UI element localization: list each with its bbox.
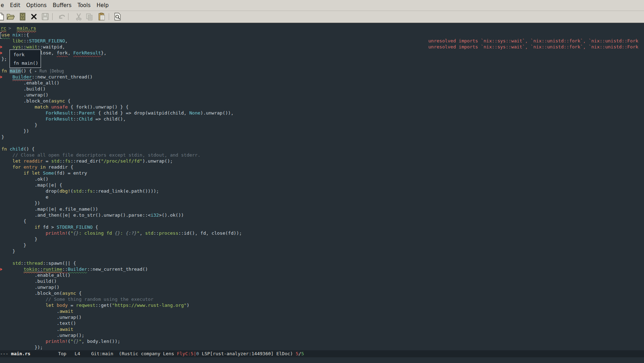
code-buffer[interactable]: use nix::{ libc::STDERR_FILENO, sys::wai… bbox=[1, 32, 242, 350]
code-line[interactable]: drop(dbg!(std::fs::read_link(e.path())))… bbox=[1, 188, 242, 194]
code-line[interactable]: .map(|e| { bbox=[1, 182, 242, 188]
code-token: .unwrap() bbox=[1, 285, 59, 290]
code-line[interactable]: for entry in readdir { bbox=[1, 164, 242, 170]
code-line[interactable]: e bbox=[1, 194, 242, 200]
code-line[interactable]: .unwrap() bbox=[1, 92, 242, 98]
code-line[interactable]: .build() bbox=[1, 86, 242, 92]
code-token: {} bbox=[73, 230, 79, 236]
code-line[interactable]: .build() bbox=[1, 278, 242, 284]
modeline-segment[interactable]: / bbox=[298, 351, 301, 356]
code-token: = bbox=[68, 303, 76, 308]
code-line[interactable]: // Some thing random using the executor bbox=[1, 296, 242, 302]
code-token: } bbox=[1, 236, 37, 242]
code-line[interactable]: fn main() { ▸ Run |Debug bbox=[1, 68, 242, 74]
code-token: thread bbox=[26, 260, 43, 266]
code-line[interactable]: } bbox=[1, 248, 242, 254]
code-line[interactable]: // Close all open file descriptors excep… bbox=[1, 152, 242, 158]
code-line[interactable]: .unwrap() bbox=[1, 284, 242, 290]
editor-window[interactable]: rc > main.rs use nix::{ libc::STDERR_FIL… bbox=[0, 23, 644, 363]
code-line[interactable]: .enable_all() bbox=[1, 80, 242, 86]
completion-item[interactable]: fn main() bbox=[10, 59, 41, 68]
breadcrumb-file[interactable]: main.rs bbox=[17, 25, 36, 31]
code-line[interactable] bbox=[1, 140, 242, 146]
save-floppy-icon[interactable] bbox=[41, 12, 49, 21]
code-line[interactable]: fn child() { bbox=[1, 146, 242, 152]
completion-item[interactable]: fork bbox=[10, 51, 41, 59]
code-line[interactable]: .unwrap() bbox=[1, 314, 242, 320]
code-line[interactable]: libc::STDERR_FILENO, bbox=[1, 38, 242, 44]
modeline-segment[interactable]: 0 bbox=[196, 351, 199, 356]
new-file-icon[interactable] bbox=[0, 12, 5, 21]
modeline-segment[interactable]: Top L4 Git:main (Rustic company Lens bbox=[30, 351, 177, 356]
menu-item-tools[interactable]: Tools bbox=[78, 2, 91, 8]
modeline-segment[interactable]: main.rs bbox=[11, 351, 30, 356]
code-line[interactable]: .ok() bbox=[1, 176, 242, 182]
code-line[interactable]: let readdir = std::fs::read_dir("/proc/s… bbox=[1, 158, 242, 164]
code-line[interactable]: .unwrap(); bbox=[1, 332, 242, 338]
paste-icon[interactable] bbox=[97, 12, 106, 21]
modeline[interactable]: --- main.rs Top L4 Git:main (Rustic comp… bbox=[0, 350, 644, 357]
code-line[interactable]: if let Some(fd) = entry bbox=[1, 170, 242, 176]
code-token: { bbox=[65, 98, 71, 104]
copy-icon[interactable] bbox=[85, 12, 94, 21]
menu-item-options[interactable]: Options bbox=[26, 2, 47, 8]
close-buffer-icon[interactable] bbox=[30, 12, 38, 21]
code-line[interactable]: { bbox=[1, 218, 242, 224]
code-line[interactable]: .and_then(|e| e.to_str().unwrap().parse:… bbox=[1, 212, 242, 218]
modeline-segment[interactable]: | bbox=[193, 351, 196, 356]
code-line[interactable]: .text() bbox=[1, 320, 242, 326]
menu-item-help[interactable]: Help bbox=[96, 2, 108, 8]
undo-icon[interactable] bbox=[57, 12, 66, 21]
menu-item-e[interactable]: e bbox=[1, 2, 4, 8]
save-cabinet-icon[interactable] bbox=[18, 12, 27, 21]
code-line[interactable]: let body = reqwest::get("https://www.rus… bbox=[1, 302, 242, 308]
code-line[interactable]: if fd > STDERR_FILENO { bbox=[1, 224, 242, 230]
open-folder-icon[interactable] bbox=[6, 12, 15, 21]
code-line[interactable]: std::thread::spawn(|| { bbox=[1, 260, 242, 266]
code-line[interactable]: } bbox=[1, 242, 242, 248]
code-line[interactable]: .await bbox=[1, 308, 242, 314]
code-line[interactable]: } bbox=[1, 134, 242, 140]
code-line[interactable]: .enable_all() bbox=[1, 272, 242, 278]
code-token: await bbox=[59, 327, 73, 332]
code-line[interactable]: } bbox=[1, 122, 242, 128]
code-token: async bbox=[51, 98, 65, 104]
code-line[interactable]: println!("{}: closing fd {}: {:?}", std:… bbox=[1, 230, 242, 236]
modeline-segment[interactable]: --- bbox=[0, 351, 11, 356]
modeline-segment[interactable]: LSP[rust-analyzer:1449360] ElDoc) bbox=[199, 351, 296, 356]
code-line[interactable] bbox=[1, 254, 242, 260]
code-token bbox=[1, 303, 46, 308]
code-token: "https://www.rust-lang.org" bbox=[112, 303, 186, 308]
cut-icon[interactable] bbox=[74, 12, 83, 21]
breadcrumb-dir[interactable]: rc bbox=[1, 25, 6, 31]
code-line[interactable]: }); bbox=[1, 344, 242, 350]
code-line[interactable]: ForkResult::Child => child(), bbox=[1, 116, 242, 122]
code-line[interactable]: .await bbox=[1, 326, 242, 332]
code-line[interactable]: use nix::{ bbox=[1, 32, 242, 38]
code-token: }, bbox=[101, 50, 107, 55]
code-token bbox=[1, 224, 35, 230]
menu-item-edit[interactable]: Edit bbox=[10, 2, 20, 8]
code-token: " bbox=[71, 339, 73, 344]
code-token: :: bbox=[62, 267, 68, 272]
code-token: :: bbox=[24, 38, 29, 43]
menu-item-buffers[interactable]: Buffers bbox=[53, 2, 71, 8]
code-line[interactable]: ForkResult::Parent { child } => drop(wai… bbox=[1, 110, 242, 116]
code-line[interactable]: println!("{}", body.len()); bbox=[1, 338, 242, 344]
code-line[interactable]: }) bbox=[1, 128, 242, 134]
code-token: .enable_all() bbox=[1, 273, 71, 278]
code-line[interactable]: .map(|e| e.file_name()) bbox=[1, 206, 242, 212]
code-line[interactable]: sys::wait::waitpid, bbox=[1, 44, 242, 50]
code-line[interactable]: match unsafe { fork().unwrap() } { bbox=[1, 104, 242, 110]
code-token: .build() bbox=[1, 86, 46, 92]
code-line[interactable]: tokio::runtime::Builder::new_current_thr… bbox=[1, 266, 242, 272]
modeline-segment[interactable]: FlyC:5 bbox=[177, 351, 193, 356]
code-token: .map(|e| e.file_name()) bbox=[1, 206, 98, 212]
code-line[interactable]: }) bbox=[1, 200, 242, 206]
code-line[interactable]: .block_on(async { bbox=[1, 290, 242, 296]
code-line[interactable]: Builder::new_current_thread() bbox=[1, 74, 242, 80]
code-line[interactable]: } bbox=[1, 236, 242, 242]
search-icon[interactable] bbox=[113, 12, 122, 21]
code-line[interactable]: .block_on(async { bbox=[1, 98, 242, 104]
modeline-segment[interactable]: 5 bbox=[301, 351, 304, 356]
